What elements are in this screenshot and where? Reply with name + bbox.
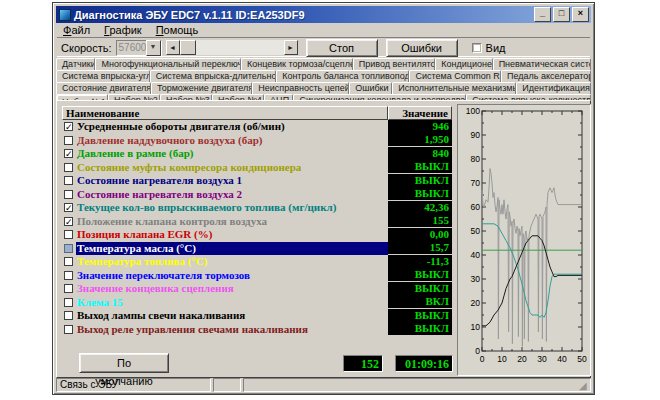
param-name: Выход реле управления свечами накаливани… bbox=[76, 323, 388, 336]
status-panel-3: ◢ bbox=[243, 378, 591, 392]
row-checkbox[interactable] bbox=[64, 176, 73, 185]
table-row[interactable]: ✓Положение клапана контроля воздуха155 bbox=[62, 215, 452, 229]
tab-item[interactable]: Кондиционер bbox=[435, 58, 492, 70]
param-value: 0,00 bbox=[388, 228, 452, 242]
param-name: Значение переключателя тормозов bbox=[76, 269, 388, 282]
chevron-down-icon[interactable]: ▼ bbox=[146, 40, 161, 56]
close-icon[interactable]: × bbox=[572, 7, 589, 22]
table-row[interactable]: Состояние нагревателя воздуха 1ВЫКЛ bbox=[62, 174, 452, 188]
tab-item[interactable]: Концевик тормоза/сцепления bbox=[241, 58, 353, 70]
tab-item[interactable]: Система Common Rail bbox=[409, 70, 501, 82]
column-header-value[interactable]: Значение bbox=[388, 106, 452, 120]
row-checkbox[interactable] bbox=[64, 271, 73, 280]
row-checkbox[interactable] bbox=[64, 190, 73, 199]
row-checkbox[interactable] bbox=[64, 257, 73, 266]
table-row[interactable]: Выход лампы свечи накаливанияВЫКЛ bbox=[62, 309, 452, 323]
tab-item[interactable]: Привод вентилятора bbox=[353, 58, 436, 70]
resize-grip[interactable]: ◢ bbox=[579, 380, 590, 391]
table-row[interactable]: Температура топлива (°C)-11,3 bbox=[62, 255, 452, 269]
table-row[interactable]: Состояние муфты компресора кондиционераВ… bbox=[62, 161, 452, 175]
window-title: Диагностика ЭБУ EDC7 v.1.11 ID:EA253DF9 bbox=[74, 9, 534, 21]
speed-scrollbar[interactable]: ◄ ► bbox=[166, 40, 298, 55]
scrollbar-track[interactable] bbox=[196, 40, 284, 55]
scroll-right-icon[interactable]: ► bbox=[284, 40, 298, 55]
param-name: Положение клапана контроля воздуха bbox=[76, 215, 388, 228]
param-name: Температура масла (°C) bbox=[76, 242, 388, 255]
x-axis-label: 10 bbox=[497, 354, 507, 364]
tab-row: Состояние двигателяТорможение двигателяН… bbox=[56, 82, 591, 94]
tab-item[interactable]: Исполнительные механизмы bbox=[392, 82, 516, 94]
tab-item[interactable]: Педаль акселератора bbox=[501, 70, 591, 82]
param-value: ВКЛ bbox=[388, 295, 452, 309]
param-value: 840 bbox=[388, 147, 452, 161]
row-checkbox[interactable] bbox=[64, 298, 73, 307]
tab-item[interactable]: Система впрыска-длительность bbox=[150, 70, 276, 82]
table-row[interactable]: Значение переключателя тормозовВЫКЛ bbox=[62, 269, 452, 283]
tab-item[interactable]: Система впрыска-углы bbox=[56, 70, 150, 82]
x-axis-label: 30 bbox=[537, 354, 547, 364]
title-bar[interactable]: Диагностика ЭБУ EDC7 v.1.11 ID:EA253DF9 … bbox=[56, 6, 591, 23]
row-checkbox[interactable] bbox=[64, 311, 73, 320]
default-button[interactable]: По умолчанию bbox=[79, 353, 169, 373]
row-checkbox[interactable] bbox=[64, 136, 73, 145]
table-row[interactable]: Температура масла (°C)15,7 bbox=[62, 242, 452, 256]
param-value: ВЫКЛ bbox=[388, 174, 452, 188]
tab-item[interactable]: Датчики bbox=[56, 58, 95, 70]
tab-item[interactable]: Пневматическая система bbox=[493, 58, 591, 70]
desktop: { "window": { "title": "Диагностика ЭБУ … bbox=[0, 0, 660, 400]
scroll-left-icon[interactable]: ◄ bbox=[166, 40, 180, 55]
table-row[interactable]: ✓Текущее кол-во впрыскиваемого топлива (… bbox=[62, 201, 452, 215]
row-checkbox[interactable]: ✓ bbox=[64, 122, 73, 131]
table-body: ✓Усредненные обороты двигателя (об/мин)9… bbox=[62, 120, 452, 336]
app-window: Диагностика ЭБУ EDC7 v.1.11 ID:EA253DF9 … bbox=[52, 2, 595, 395]
tab-item[interactable]: Неисправность цепей bbox=[252, 82, 349, 94]
row-checkbox[interactable]: ✓ bbox=[64, 149, 73, 158]
param-name: Давление наддувочного воздуха (бар) bbox=[76, 134, 388, 147]
table-row[interactable]: ✓Усредненные обороты двигателя (об/мин)9… bbox=[62, 120, 452, 134]
table-row[interactable]: Значение концевика сцепленияВЫКЛ bbox=[62, 282, 452, 296]
stop-button[interactable]: Стоп bbox=[306, 39, 378, 57]
y-axis-label: 60 bbox=[471, 202, 481, 212]
tab-item[interactable]: Многофункциональный переключатель bbox=[95, 58, 241, 70]
row-checkbox[interactable] bbox=[64, 325, 73, 334]
param-name: Температура топлива (°C) bbox=[76, 255, 388, 268]
row-checkbox[interactable] bbox=[64, 284, 73, 293]
tab-item[interactable]: Контроль баланса топливоподачи bbox=[276, 70, 409, 82]
row-checkbox[interactable] bbox=[64, 230, 73, 239]
errors-button[interactable]: Ошибки bbox=[386, 39, 458, 57]
table-row[interactable]: Состояние нагревателя воздуха 2ВЫКЛ bbox=[62, 188, 452, 202]
table-row[interactable]: Выход реле управления свечами накаливани… bbox=[62, 323, 452, 337]
param-name: Выход лампы свечи накаливания bbox=[76, 309, 388, 322]
menu-item[interactable]: Файл bbox=[57, 24, 96, 37]
row-checkbox[interactable]: ✓ bbox=[64, 203, 73, 212]
menu-item[interactable]: Помощь bbox=[150, 24, 205, 37]
menu-item[interactable]: График bbox=[98, 24, 148, 37]
maximize-icon[interactable]: □ bbox=[553, 7, 570, 22]
y-axis-label: 10 bbox=[471, 322, 481, 332]
table-row[interactable]: ✓Давление в рампе (бар)840 bbox=[62, 147, 452, 161]
column-header-name[interactable]: Наименование bbox=[62, 106, 388, 120]
row-checkbox[interactable] bbox=[64, 163, 73, 172]
table-row[interactable]: Позиция клапана EGR (%)0,00 bbox=[62, 228, 452, 242]
speed-combobox[interactable]: 57600 ▼ bbox=[116, 40, 162, 56]
param-value: ВЫКЛ bbox=[388, 268, 452, 282]
tab-item[interactable]: Торможение двигателя bbox=[151, 82, 252, 94]
param-name: Состояние нагревателя воздуха 2 bbox=[76, 188, 388, 201]
view-checkbox[interactable]: Вид bbox=[472, 42, 506, 54]
tab-item[interactable]: Состояние двигателя bbox=[56, 82, 151, 94]
view-checkbox-label: Вид bbox=[486, 42, 506, 54]
table-row[interactable]: Давление наддувочного воздуха (бар)1,950 bbox=[62, 134, 452, 148]
y-axis-label: 80 bbox=[471, 154, 481, 164]
x-axis-label: 50 bbox=[577, 354, 587, 364]
tab-item[interactable]: Идентификация bbox=[516, 82, 591, 94]
param-value: 946 bbox=[388, 120, 452, 134]
speed-label: Скорость: bbox=[61, 42, 112, 54]
table-row[interactable]: Клема 15ВКЛ bbox=[62, 296, 452, 310]
tab-item[interactable]: Ошибки bbox=[349, 82, 392, 94]
row-checkbox[interactable]: ✓ bbox=[64, 217, 73, 226]
scrollbar-thumb[interactable] bbox=[180, 40, 196, 55]
param-name: Значение концевика сцепления bbox=[76, 282, 388, 295]
minimize-icon[interactable]: _ bbox=[534, 7, 551, 22]
view-checkbox-box[interactable] bbox=[472, 43, 482, 53]
row-checkbox[interactable] bbox=[64, 244, 73, 253]
